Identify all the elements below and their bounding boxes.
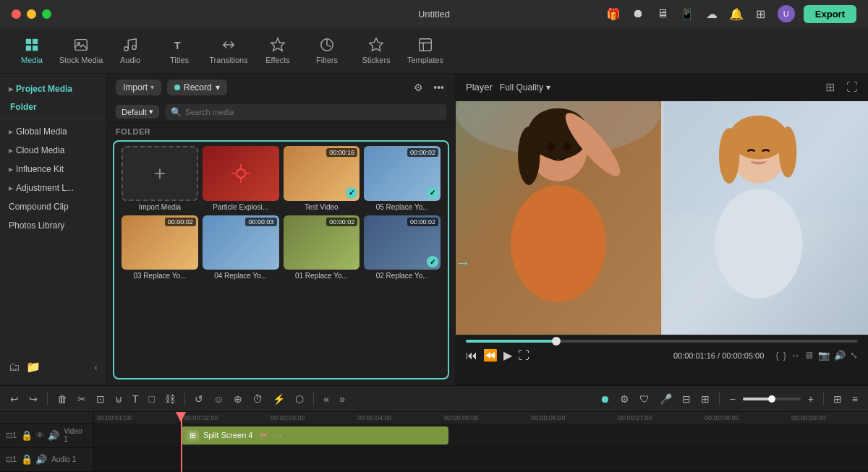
speed-button[interactable]: ⚡ xyxy=(270,392,288,406)
record-tl-button[interactable]: ⏺ xyxy=(597,392,613,406)
play-button[interactable]: ▶ xyxy=(503,348,512,362)
grid-view-icon[interactable]: ⊞ xyxy=(825,80,835,94)
default-dropdown-button[interactable]: Default ▾ xyxy=(116,105,159,119)
grid-tl-button[interactable]: ⊞ xyxy=(830,392,845,406)
tl-icon1[interactable]: ⊟ xyxy=(679,392,694,406)
tab-filters[interactable]: Filters xyxy=(304,31,350,70)
minimize-button[interactable] xyxy=(27,9,36,19)
bell-icon[interactable]: 🔔 xyxy=(728,6,744,22)
sidebar-item-project-media[interactable]: ▶ Project Media xyxy=(0,80,106,98)
split-audio-button[interactable]: ⊌ xyxy=(112,392,125,406)
frame-back-button[interactable]: ⏪ xyxy=(483,348,498,362)
monitor-out-icon[interactable]: 🖥 xyxy=(804,350,814,361)
media-item-replace04[interactable]: 00:00:03 04 Replace Yo... xyxy=(203,215,279,280)
text-button[interactable]: T xyxy=(129,392,142,406)
emoji-button[interactable]: ☺ xyxy=(210,392,226,406)
shield-button[interactable]: 🛡 xyxy=(637,392,652,406)
zoom-knob[interactable] xyxy=(768,395,775,403)
color-match-button[interactable]: ⬡ xyxy=(292,392,307,406)
timeline-clip[interactable]: ⊞ Split Screen 4 ✂ ‹ › xyxy=(181,426,448,445)
media-item-replace02[interactable]: 00:00:02 ✓ 02 Replace Yo... xyxy=(364,215,441,280)
bracket-right-icon[interactable]: } xyxy=(783,350,786,361)
sidebar-collapse-icon[interactable]: ‹ xyxy=(94,361,98,373)
quality-dropdown[interactable]: Full Quality ▾ xyxy=(500,82,550,93)
track-eye-icon[interactable]: 👁 xyxy=(35,430,45,441)
tab-effects[interactable]: Effects xyxy=(255,31,301,70)
record-circle-icon[interactable]: ⏺ xyxy=(630,6,646,22)
tab-stickers[interactable]: Stickers xyxy=(353,31,399,70)
more-player-icon[interactable]: ⤡ xyxy=(850,350,858,361)
media-item-replace03[interactable]: 00:00:02 03 Replace Yo... xyxy=(122,215,198,280)
zoom-in-button[interactable]: + xyxy=(805,392,817,406)
rectangle-button[interactable]: □ xyxy=(146,392,158,406)
more-options-icon[interactable]: ••• xyxy=(431,80,446,95)
avatar[interactable]: U xyxy=(778,5,795,22)
audio-icon[interactable]: 🔊 xyxy=(834,350,846,361)
sidebar-folder[interactable]: Folder xyxy=(0,98,106,116)
import-button[interactable]: Import ▾ xyxy=(116,80,161,95)
cut-button[interactable]: ✂ xyxy=(75,392,89,406)
audio-track-lock-icon[interactable]: 🔒 xyxy=(21,454,33,465)
link-button[interactable]: ⛓ xyxy=(162,392,178,406)
redo-button[interactable]: ↪ xyxy=(26,392,41,406)
phone-icon[interactable]: 📱 xyxy=(679,6,695,22)
quality-arrow-icon: ▾ xyxy=(546,82,550,93)
progress-knob[interactable] xyxy=(552,337,561,346)
export-button[interactable]: Export xyxy=(804,5,856,23)
sidebar-item-cloud-media[interactable]: ▶ Cloud Media xyxy=(0,141,106,160)
cloud-icon[interactable]: ☁ xyxy=(704,6,720,22)
more-tl-left-button[interactable]: « xyxy=(320,392,332,406)
timer-button[interactable]: ⏱ xyxy=(250,392,265,406)
tab-templates[interactable]: Templates xyxy=(402,31,448,70)
delete-button[interactable]: 🗑 xyxy=(54,392,70,406)
media-item-particle[interactable]: Particle Explosi... xyxy=(203,146,279,211)
zoom-out-button[interactable]: − xyxy=(726,392,738,406)
skip-back-button[interactable]: ⏮ xyxy=(466,349,477,362)
add-folder-icon[interactable]: 📁 xyxy=(26,360,41,374)
monitor-icon[interactable]: 🖥 xyxy=(655,6,671,22)
media-item-import[interactable]: + Import Media xyxy=(122,146,198,211)
tl-icon2[interactable]: ⊞ xyxy=(698,392,712,406)
sidebar-item-adjustment[interactable]: ▶ Adjustment L... xyxy=(0,179,106,197)
sidebar-item-photos-library[interactable]: Photos Library xyxy=(0,216,106,235)
maximize-button[interactable] xyxy=(42,9,51,19)
record-button[interactable]: Record ▾ xyxy=(167,80,227,95)
transform-button[interactable]: ⊡ xyxy=(93,392,108,406)
progress-bar[interactable] xyxy=(466,340,858,343)
more-tl-right-button[interactable]: » xyxy=(336,392,348,406)
track-lock-icon[interactable]: 🔒 xyxy=(21,430,33,441)
mark-in-icon[interactable]: ↔ xyxy=(791,350,800,361)
tab-media[interactable]: Media xyxy=(9,31,55,70)
tab-titles[interactable]: T Titles xyxy=(156,31,203,70)
bracket-left-icon[interactable]: { xyxy=(775,350,778,361)
more-tl-button[interactable]: ≡ xyxy=(849,392,861,406)
sidebar-item-compound-clip[interactable]: Compound Clip xyxy=(0,197,106,216)
grid-icon[interactable]: ⊞ xyxy=(753,6,769,22)
close-button[interactable] xyxy=(12,9,21,19)
sidebar-item-global-media[interactable]: ▶ Global Media xyxy=(0,122,106,141)
fullscreen-player-button[interactable]: ⛶ xyxy=(518,349,529,362)
settings-tl-button[interactable]: ⚙ xyxy=(617,392,632,406)
tab-transitions[interactable]: Transitions xyxy=(205,31,252,70)
filter-icon[interactable]: ⚙ xyxy=(412,80,425,95)
rotate-left-button[interactable]: ↺ xyxy=(192,392,206,406)
media-item-replace01[interactable]: 00:00:02 01 Replace Yo... xyxy=(284,215,360,280)
new-folder-icon[interactable]: 🗂 xyxy=(9,361,20,374)
zoom-bar[interactable] xyxy=(743,398,801,400)
gift-icon[interactable]: 🎁 xyxy=(605,6,621,22)
media-replace-button[interactable]: ⊕ xyxy=(231,392,245,406)
audio-track-mute-icon[interactable]: 🔊 xyxy=(35,454,47,465)
media-item-test[interactable]: 00:00:16 ✓ Test Video xyxy=(284,146,360,211)
track-volume-icon[interactable]: 🔊 xyxy=(48,430,59,441)
sidebar-item-influence-kit[interactable]: ▶ Influence Kit xyxy=(0,160,106,179)
undo-button[interactable]: ↩ xyxy=(7,392,22,406)
ruler-mark-8: 00:00:08:00 xyxy=(705,414,791,421)
snapshot-icon[interactable]: 📷 xyxy=(818,350,830,361)
media-item-replace05[interactable]: 00:00:02 ✓ 05 Replace Yo... xyxy=(364,146,441,211)
fullscreen-icon[interactable]: ⛶ xyxy=(846,81,858,94)
mic-button[interactable]: 🎤 xyxy=(657,392,675,406)
timeline-content: 00:00:01:00 00:00:02:00 00:00:03:00 00:0… xyxy=(94,412,868,472)
search-input[interactable] xyxy=(185,108,441,116)
tab-audio[interactable]: Audio xyxy=(107,31,153,70)
tab-stock-media[interactable]: Stock Media xyxy=(58,31,104,70)
